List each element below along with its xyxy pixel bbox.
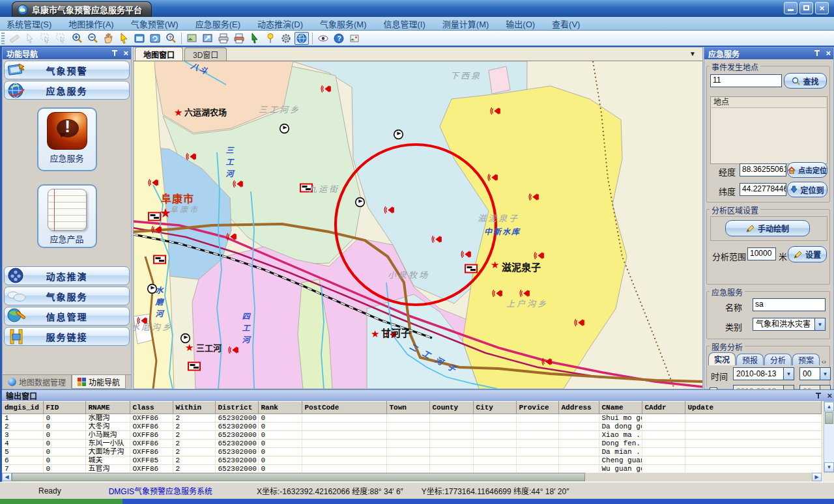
chevron-down-icon[interactable]: ▼ [814, 318, 826, 331]
full-extent-icon[interactable] [132, 32, 147, 45]
chevron-down-icon[interactable]: ▼ [820, 367, 831, 380]
chevron-down-icon[interactable]: ▼ [689, 50, 696, 57]
refresh-icon[interactable] [148, 32, 162, 45]
emergency-service-button[interactable]: ! 应急服务 [37, 107, 97, 171]
select-area-icon[interactable] [38, 32, 53, 45]
location-list-header[interactable]: 地点 [710, 96, 827, 108]
close-icon[interactable]: × [123, 49, 128, 57]
menu-weather-warning[interactable]: 气象预警(W) [131, 18, 179, 30]
zoom-in-icon[interactable] [70, 32, 84, 45]
scroll-up-icon[interactable]: ▲ [824, 402, 834, 412]
tab-plan[interactable]: 预案 [792, 354, 820, 365]
col-header[interactable]: RNAME [85, 402, 130, 414]
table-row[interactable]: 10水磨沟OXFF8626523020000Shui mo gou [2, 414, 822, 423]
tab-map-window[interactable]: 地图窗口 [135, 47, 183, 61]
close-button[interactable]: × [815, 2, 829, 14]
col-header[interactable]: Rank [258, 402, 302, 414]
chevron-down-icon[interactable]: ▼ [783, 367, 794, 380]
col-header[interactable]: Town [386, 402, 429, 414]
col-header[interactable]: Class [130, 402, 173, 414]
col-header[interactable]: Update [685, 402, 822, 414]
tab-map-data-management[interactable]: 地图数据管理 [3, 375, 72, 389]
table-row[interactable]: 30小马厩沟OXFF8626523020000Xiao ma ... [2, 431, 822, 440]
identify-icon[interactable]: ? [164, 32, 178, 45]
print-color-icon[interactable] [232, 32, 246, 45]
scroll-right-icon[interactable]: ▶ [812, 473, 822, 481]
col-header[interactable]: Address [558, 402, 599, 414]
col-header[interactable]: FID [43, 402, 85, 414]
pin-icon[interactable] [814, 49, 820, 57]
tab-scroll-right-icon[interactable]: › [824, 358, 826, 365]
nav-section-weather-service[interactable]: 气象服务 [4, 287, 130, 305]
restore-button[interactable] [799, 2, 813, 14]
close-icon[interactable]: × [826, 49, 831, 57]
location-list[interactable] [710, 108, 827, 164]
nav-section-weather-warning[interactable]: 气象预警 [4, 61, 130, 79]
table-vertical-scrollbar[interactable]: ▲ ▼ [824, 401, 834, 473]
table-row[interactable]: 20大冬沟OXFF8626523020000Da dong gou [2, 423, 822, 431]
table-row[interactable]: 70五官沟OXFF8626523020000Wu guan gou [2, 465, 822, 473]
zoom-out-icon[interactable] [85, 32, 100, 45]
export-map-icon[interactable] [185, 32, 199, 45]
latitude-field[interactable]: 44.22778446 [740, 183, 786, 196]
select-icon[interactable] [23, 32, 37, 45]
find-button[interactable]: 查找 [784, 73, 827, 89]
date-select[interactable]: 2010-08-13 ▼ [733, 367, 794, 380]
menu-info[interactable]: 信息管理(I) [384, 18, 425, 30]
analysis-range-input[interactable]: 10000 [747, 247, 776, 260]
table-row[interactable]: 60城关OXFF8526523020000Cheng guan [2, 456, 822, 465]
col-header[interactable]: Provice [516, 402, 558, 414]
pan-hand-icon[interactable] [101, 32, 115, 45]
location-pin-icon[interactable] [263, 32, 278, 45]
locate-to-button[interactable]: 定位到 [787, 182, 827, 197]
pin-icon[interactable] [815, 392, 822, 400]
pin-icon[interactable] [111, 49, 118, 57]
col-header[interactable]: Within [173, 402, 215, 414]
toolbar-grip[interactable] [1, 33, 5, 44]
print-icon[interactable] [216, 32, 231, 45]
longitude-field[interactable]: 88.36255061 [740, 163, 786, 176]
manual-draw-button[interactable]: 手动绘制 [725, 220, 810, 236]
clear-selection-icon[interactable] [54, 32, 68, 45]
table-row[interactable]: 50大面场子沟OXFF8626523020000Da mian ... [2, 448, 822, 456]
menu-dynamic[interactable]: 动态推演(D) [257, 18, 303, 30]
image-output-icon[interactable] [347, 32, 362, 45]
help-icon[interactable]: ? [332, 32, 346, 45]
nav-section-dynamic-deduction[interactable]: 动态推演 [4, 266, 130, 285]
location-search-input[interactable]: 11 [710, 74, 782, 87]
measure-icon[interactable] [7, 32, 22, 45]
menu-measure[interactable]: 测量计算(M) [442, 18, 489, 30]
pointer-icon[interactable] [117, 32, 131, 45]
settings-gear-icon[interactable] [279, 32, 293, 45]
nav-section-emergency-service[interactable]: 应急服务 [4, 81, 130, 100]
col-header[interactable]: CAddr [642, 402, 685, 414]
tab-forecast[interactable]: 预报 [736, 354, 764, 365]
close-icon[interactable]: × [827, 392, 832, 400]
menu-weather-service[interactable]: 气象服务(M) [320, 18, 367, 30]
set-range-button[interactable]: 设置 [788, 246, 827, 262]
tab-function-nav[interactable]: 功能导航 [72, 375, 126, 389]
service-name-input[interactable]: sa [753, 298, 826, 311]
tab-analysis[interactable]: 分析 [764, 354, 792, 365]
nav-section-info-management[interactable]: 信息管理 [4, 307, 130, 326]
table-row[interactable]: 40东风一小队OXFF8626523020000Dong fen... [2, 440, 822, 448]
scrollbar-thumb[interactable] [12, 473, 585, 481]
map-canvas[interactable]: ★ ★ ★ ★ ★ 八斗 下西泉 六运湖农场 三工河乡 九运街 阜康市 阜康市 … [134, 61, 702, 389]
menu-system[interactable]: 系统管理(S) [7, 18, 51, 30]
visibility-eye-icon[interactable] [316, 32, 330, 45]
col-header[interactable]: County [429, 402, 473, 414]
menu-view[interactable]: 查看(V) [552, 18, 580, 30]
tab-live[interactable]: 实况 [708, 352, 736, 365]
hour-select[interactable]: 00 ▼ [799, 367, 831, 380]
tab-3d-window[interactable]: 3D窗口 [184, 48, 227, 61]
col-header[interactable]: PostCode [302, 402, 386, 414]
menu-emergency[interactable]: 应急服务(E) [195, 18, 240, 30]
click-locate-button[interactable]: 点击定位 [787, 162, 827, 178]
navigate-map-icon[interactable] [201, 32, 215, 45]
green-pointer-icon[interactable] [248, 32, 262, 45]
col-header[interactable]: District [215, 402, 258, 414]
minimize-button[interactable] [784, 2, 798, 14]
col-header[interactable]: dmgis_id [2, 402, 43, 414]
table-horizontal-scrollbar[interactable]: ◀ ▶ [2, 473, 822, 481]
col-header[interactable]: City [473, 402, 516, 414]
